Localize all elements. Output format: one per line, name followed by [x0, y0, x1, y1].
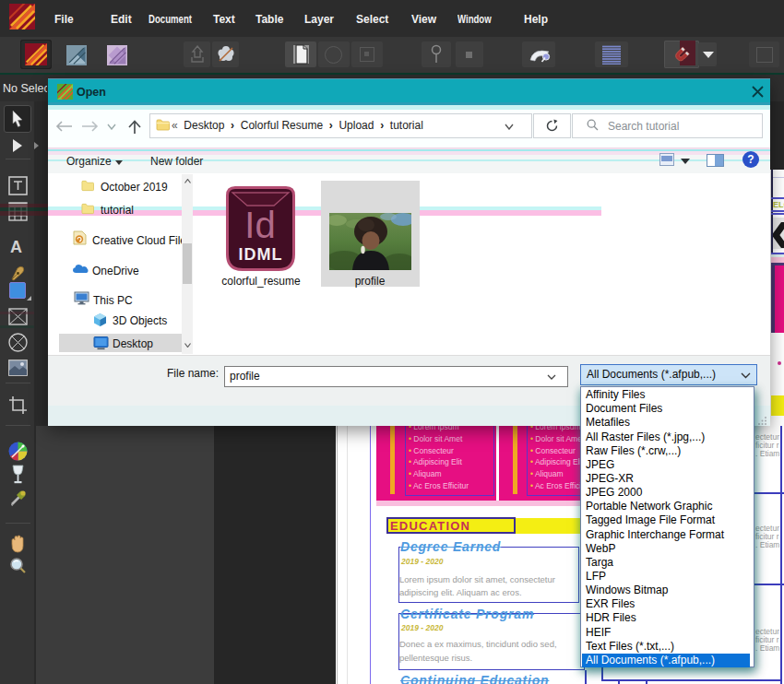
- svg-text:IDML: IDML: [239, 245, 283, 264]
- svg-text:Id: Id: [244, 205, 275, 245]
